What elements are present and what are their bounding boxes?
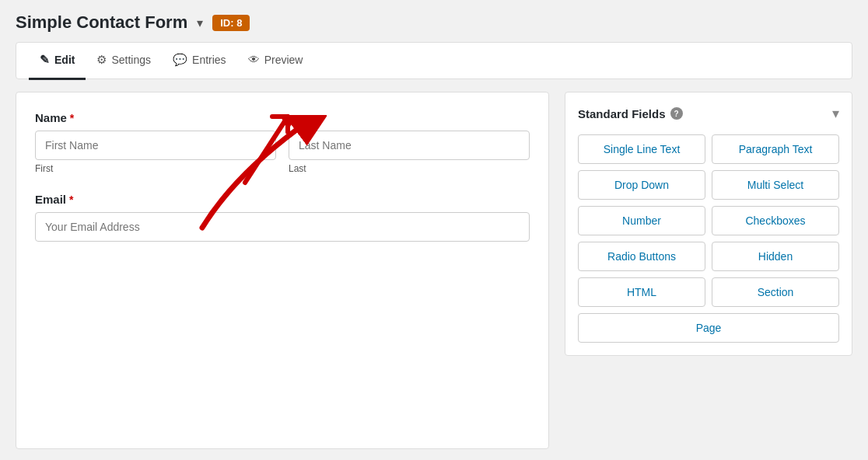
last-sublabel: Last <box>289 163 530 174</box>
email-field-group: Email * <box>35 193 530 242</box>
last-name-field: Last <box>289 131 530 174</box>
name-field-group: Name * First Last <box>35 111 530 174</box>
name-row: First Last <box>35 131 530 174</box>
fields-panel: Standard Fields ? ▾ Single Line Text Par… <box>565 92 852 356</box>
form-title: Simple Contact Form <box>16 12 187 33</box>
fields-grid: Single Line Text Paragraph Text Drop Dow… <box>578 134 839 343</box>
first-sublabel: First <box>35 163 276 174</box>
help-icon[interactable]: ? <box>670 107 683 120</box>
main-content: Name * First Last Email <box>16 92 852 449</box>
field-btn-radio-buttons[interactable]: Radio Buttons <box>578 242 705 271</box>
panel-collapse-icon[interactable]: ▾ <box>832 105 839 122</box>
name-label: Name * <box>35 111 530 124</box>
field-btn-drop-down[interactable]: Drop Down <box>578 170 705 200</box>
first-name-field: First <box>35 131 276 174</box>
field-btn-checkboxes[interactable]: Checkboxes <box>712 206 839 235</box>
entries-icon: 💬 <box>173 53 187 67</box>
last-name-input[interactable] <box>289 131 530 160</box>
field-btn-number[interactable]: Number <box>578 206 705 235</box>
tab-edit[interactable]: ✎ Edit <box>29 42 86 80</box>
field-btn-paragraph-text[interactable]: Paragraph Text <box>712 134 839 164</box>
header-bar: Simple Contact Form ▾ ID: 8 <box>16 12 852 33</box>
required-star-email: * <box>69 193 73 206</box>
tab-preview-label: Preview <box>264 54 303 66</box>
required-star-name: * <box>70 112 74 124</box>
first-name-input[interactable] <box>35 131 276 160</box>
tab-entries[interactable]: 💬 Entries <box>162 42 237 80</box>
panel-header: Standard Fields ? ▾ <box>578 105 839 122</box>
tabs-bar: ✎ Edit ⚙ Settings 💬 Entries 👁 Preview <box>16 42 852 79</box>
edit-icon: ✎ <box>40 53 50 67</box>
field-btn-hidden[interactable]: Hidden <box>712 242 839 271</box>
id-badge: ID: 8 <box>212 15 250 31</box>
form-area: Name * First Last Email <box>16 92 549 449</box>
tab-edit-label: Edit <box>54 54 75 66</box>
tab-entries-label: Entries <box>192 54 226 66</box>
settings-icon: ⚙ <box>96 53 107 67</box>
tab-settings[interactable]: ⚙ Settings <box>86 42 162 80</box>
page-wrapper: Simple Contact Form ▾ ID: 8 ✎ Edit ⚙ Set… <box>0 0 868 460</box>
field-btn-html[interactable]: HTML <box>578 277 705 307</box>
field-btn-section[interactable]: Section <box>712 277 839 307</box>
field-btn-single-line-text[interactable]: Single Line Text <box>578 134 705 164</box>
tab-preview[interactable]: 👁 Preview <box>237 42 314 79</box>
tab-settings-label: Settings <box>111 54 151 66</box>
chevron-down-icon[interactable]: ▾ <box>197 16 203 30</box>
field-btn-multi-select[interactable]: Multi Select <box>712 170 839 200</box>
panel-title: Standard Fields ? <box>578 107 683 120</box>
email-label: Email * <box>35 193 530 206</box>
field-btn-page[interactable]: Page <box>578 313 839 343</box>
email-input[interactable] <box>35 212 530 242</box>
preview-icon: 👁 <box>248 53 260 66</box>
